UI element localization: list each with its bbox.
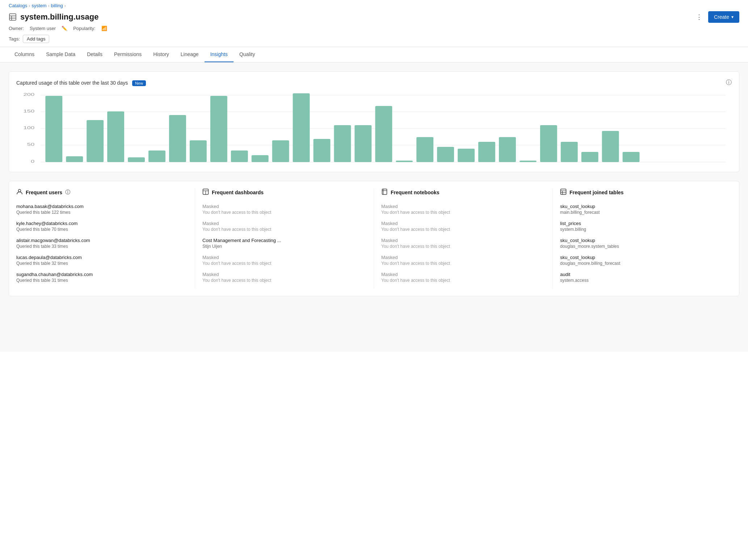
joined-entry-1: sku_cost_lookup main.billing_forecast — [560, 204, 724, 215]
dashboard-no-access-4: You don't have access to this object — [202, 261, 366, 266]
tab-columns[interactable]: Columns — [9, 47, 40, 62]
user-count-2: Queried this table 70 times — [16, 227, 188, 232]
svg-rect-26 — [293, 93, 310, 162]
svg-rect-28 — [334, 125, 351, 162]
dashboard-masked-5: Masked — [202, 272, 366, 277]
svg-rect-22 — [210, 96, 227, 162]
svg-rect-40 — [581, 152, 598, 162]
frequent-users-title: Frequent users — [26, 190, 62, 195]
notebook-entry-2: Masked You don't have access to this obj… — [381, 221, 545, 232]
breadcrumb-billing[interactable]: billing — [51, 3, 63, 8]
user-count-5: Queried this table 31 times — [16, 278, 188, 283]
frequent-notebooks-section: Frequent notebooks Masked You don't have… — [374, 188, 553, 289]
svg-text:50: 50 — [27, 142, 34, 147]
breadcrumb-catalogs[interactable]: Catalogs — [9, 3, 27, 8]
svg-rect-21 — [190, 140, 207, 162]
dashboard-entry-3: Cost Management and Forecasting ... Stij… — [202, 238, 366, 249]
svg-rect-41 — [602, 131, 619, 162]
frequent-dashboards-title: Frequent dashboards — [212, 190, 264, 195]
create-button[interactable]: Create ▾ — [708, 11, 739, 23]
dashboard-no-access-2: You don't have access to this object — [202, 227, 366, 232]
svg-rect-36 — [499, 137, 516, 162]
svg-rect-30 — [375, 106, 392, 162]
breadcrumb: Catalogs › system › billing › — [9, 3, 739, 8]
svg-rect-31 — [396, 161, 413, 162]
chart-title-row: Captured usage of this table over the la… — [16, 80, 146, 86]
tab-history[interactable]: History — [147, 47, 175, 62]
popularity-label: Popularity: — [73, 26, 95, 31]
notebook-no-access-1: You don't have access to this object — [381, 210, 545, 215]
svg-rect-20 — [169, 115, 186, 162]
user-email-5: sugandha.chauhan@databricks.com — [16, 272, 188, 277]
user-email-1: mohana.basak@databricks.com — [16, 204, 188, 209]
page-title: system.billing.usage — [20, 12, 98, 22]
joined-name-2: list_prices — [560, 221, 724, 226]
edit-icon[interactable]: ✏️ — [62, 26, 67, 31]
add-tags-button[interactable]: Add tags — [23, 35, 49, 43]
dashboard-entry-4: Masked You don't have access to this obj… — [202, 255, 366, 266]
notebook-no-access-3: You don't have access to this object — [381, 244, 545, 249]
svg-rect-35 — [478, 142, 495, 162]
svg-rect-32 — [416, 137, 433, 162]
svg-rect-37 — [520, 161, 537, 162]
create-button-chevron: ▾ — [731, 14, 734, 20]
frequent-users-section: Frequent users ⓘ mohana.basak@databricks… — [16, 188, 195, 289]
chart-info-icon[interactable]: ⓘ — [726, 79, 732, 86]
tab-quality[interactable]: Quality — [234, 47, 261, 62]
owner-value: System user — [30, 26, 56, 31]
top-bar: Catalogs › system › billing › system.bil… — [0, 0, 748, 47]
tab-sample-data[interactable]: Sample Data — [40, 47, 81, 62]
svg-rect-33 — [437, 147, 454, 162]
notebook-no-access-2: You don't have access to this object — [381, 227, 545, 232]
joined-name-3: sku_cost_lookup — [560, 238, 724, 243]
user-entry-2: kyle.hachey@databricks.com Queried this … — [16, 221, 188, 232]
more-options-button[interactable]: ⋮ — [693, 12, 705, 22]
tabs-bar: Columns Sample Data Details Permissions … — [0, 47, 748, 63]
svg-text:100: 100 — [24, 126, 35, 130]
breadcrumb-sep-1: › — [29, 3, 30, 8]
dashboard-masked-2: Masked — [202, 221, 366, 226]
svg-rect-29 — [354, 125, 371, 162]
user-entry-3: alistair.macgowan@databricks.com Queried… — [16, 238, 188, 249]
dashboard-no-access-1: You don't have access to this object — [202, 210, 366, 215]
frequent-joined-title: Frequent joined tables — [570, 190, 623, 195]
users-info-icon[interactable]: ⓘ — [65, 189, 70, 196]
tags-row: Tags: Add tags — [9, 35, 739, 47]
notebook-no-access-5: You don't have access to this object — [381, 278, 545, 283]
svg-rect-38 — [540, 125, 557, 162]
joined-entry-4: sku_cost_lookup douglas_moore.billing_fo… — [560, 255, 724, 266]
dashboard-masked-1: Masked — [202, 204, 366, 209]
user-count-3: Queried this table 33 times — [16, 244, 188, 249]
joined-table-icon — [560, 188, 567, 196]
frequent-notebooks-header: Frequent notebooks — [381, 188, 545, 196]
notebook-masked-3: Masked — [381, 238, 545, 243]
user-email-4: lucas.depaula@databricks.com — [16, 255, 188, 260]
svg-point-47 — [18, 190, 21, 192]
svg-rect-0 — [9, 14, 16, 20]
user-count-4: Queried this table 32 times — [16, 261, 188, 266]
notebook-masked-4: Masked — [381, 255, 545, 260]
dashboard-name-3: Cost Management and Forecasting ... — [202, 238, 366, 243]
breadcrumb-system[interactable]: system — [31, 3, 46, 8]
tab-details[interactable]: Details — [81, 47, 108, 62]
joined-sub-4: douglas_moore.billing_forecast — [560, 261, 724, 266]
svg-rect-51 — [382, 189, 387, 195]
main-content: Captured usage of this table over the la… — [0, 63, 748, 352]
joined-entry-5: audit system.access — [560, 272, 724, 283]
tab-insights[interactable]: Insights — [205, 47, 234, 62]
title-row: system.billing.usage ⋮ Create ▾ — [9, 11, 739, 23]
joined-name-5: audit — [560, 272, 724, 277]
svg-rect-14 — [45, 96, 62, 162]
frequent-users-header: Frequent users ⓘ — [16, 188, 188, 196]
dashboard-masked-4: Masked — [202, 255, 366, 260]
user-email-3: alistair.macgowan@databricks.com — [16, 238, 188, 243]
dashboard-owner-3: Stijn Uijen — [202, 244, 366, 249]
notebook-entry-5: Masked You don't have access to this obj… — [381, 272, 545, 283]
bottom-sections: Frequent users ⓘ mohana.basak@databricks… — [9, 181, 739, 296]
svg-rect-27 — [314, 139, 331, 162]
table-icon — [9, 13, 17, 21]
tab-lineage[interactable]: Lineage — [175, 47, 205, 62]
tab-permissions[interactable]: Permissions — [108, 47, 147, 62]
svg-rect-24 — [252, 155, 269, 162]
dashboard-icon — [202, 188, 209, 196]
